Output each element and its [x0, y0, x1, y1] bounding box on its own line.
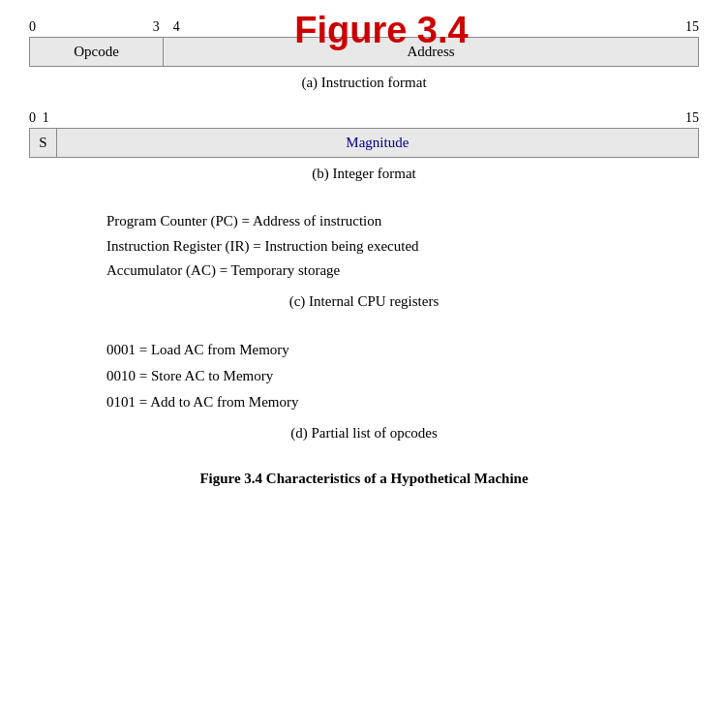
instruction-format-table: Opcode Address — [29, 37, 699, 67]
register-line-3: Accumulator (AC) = Temporary storage — [106, 259, 699, 284]
opcode-cell: Opcode — [30, 38, 164, 67]
integer-format-table: S Magnitude — [29, 128, 699, 158]
registers-text: Program Counter (PC) = Address of instru… — [106, 209, 699, 284]
section-d: 0001 = Load AC from Memory 0010 = Store … — [29, 337, 699, 442]
caption-d: (d) Partial list of opcodes — [29, 425, 699, 442]
bit-0-b: 0 — [29, 110, 36, 126]
bit-labels-b: 0 1 15 — [29, 110, 699, 126]
opcode-line-3: 0101 = Add to AC from Memory — [106, 389, 699, 415]
s-cell: S — [30, 129, 57, 158]
bit-0-a: 0 — [29, 19, 36, 35]
address-cell: Address — [164, 38, 699, 67]
opcodes-text: 0001 = Load AC from Memory 0010 = Store … — [106, 337, 699, 415]
bit-labels-a: 0 3 4 15 — [29, 19, 699, 35]
section-c: Program Counter (PC) = Address of instru… — [29, 209, 699, 310]
section-a: Figure 3.4 0 3 4 15 Opcode Address (a) I… — [29, 19, 699, 91]
bit-15-b: 15 — [685, 110, 699, 126]
register-line-1: Program Counter (PC) = Address of instru… — [106, 209, 699, 234]
caption-b: (b) Integer format — [29, 166, 699, 182]
section-b: 0 1 15 S Magnitude (b) Integer format — [29, 110, 699, 182]
opcode-line-2: 0010 = Store AC to Memory — [106, 363, 699, 389]
magnitude-cell: Magnitude — [56, 129, 698, 158]
opcode-line-1: 0001 = Load AC from Memory — [106, 337, 699, 363]
figure-title: Figure 3.4 Characteristics of a Hypothet… — [29, 471, 699, 487]
register-line-2: Instruction Register (IR) = Instruction … — [106, 234, 699, 259]
caption-a: (a) Instruction format — [29, 75, 699, 91]
bit-3-a: 3 4 — [153, 19, 180, 35]
bit-1-b: 1 — [43, 110, 49, 126]
caption-c: (c) Internal CPU registers — [29, 293, 699, 310]
bit-15-a: 15 — [685, 19, 699, 35]
